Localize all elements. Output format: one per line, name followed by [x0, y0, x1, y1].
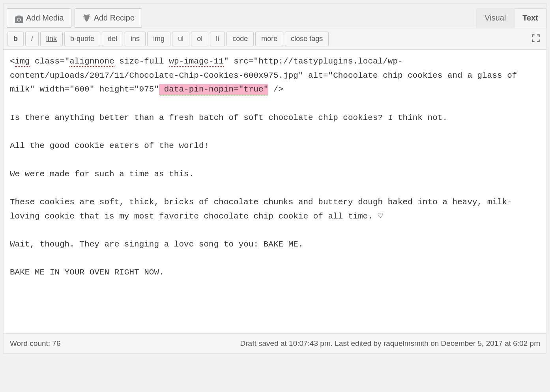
- qt-bold-button[interactable]: b: [7, 32, 24, 46]
- content-paragraph: All the good cookie eaters of the world!: [10, 141, 209, 150]
- qt-code-button[interactable]: code: [226, 32, 254, 46]
- content-highlight: data-pin-nopin="true": [159, 84, 268, 95]
- qt-del-button[interactable]: del: [102, 32, 123, 46]
- content-paragraph: Is there anything better than a fresh ba…: [10, 113, 447, 122]
- fullscreen-icon: [531, 39, 541, 45]
- qt-blockquote-button[interactable]: b-quote: [64, 32, 100, 46]
- qt-link-button[interactable]: link: [40, 32, 63, 46]
- content-paragraph: These cookies are soft, thick, bricks of…: [10, 198, 512, 221]
- quicktags-toolbar: b i link b-quote del ins img ul ol li co…: [4, 28, 546, 49]
- fullscreen-button[interactable]: [529, 32, 543, 46]
- visual-tab-label: Visual: [485, 13, 506, 22]
- camera-icon: [14, 15, 23, 21]
- qt-ul-button[interactable]: ul: [172, 32, 189, 46]
- content-text: <: [10, 57, 15, 66]
- qt-italic-button[interactable]: i: [25, 32, 39, 46]
- qt-ins-button[interactable]: ins: [125, 32, 146, 46]
- editor-content-area[interactable]: <img class="alignnone size-full wp-image…: [4, 49, 546, 333]
- editor-container: Add Media Add Recipe Visual Text b i lin…: [3, 3, 547, 354]
- visual-tab[interactable]: Visual: [476, 8, 514, 28]
- content-paragraph: We were made for such a time as this.: [10, 170, 194, 179]
- save-status: Draft saved at 10:07:43 pm. Last edited …: [240, 339, 540, 348]
- add-media-button[interactable]: Add Media: [7, 8, 71, 28]
- qt-more-button[interactable]: more: [255, 32, 283, 46]
- content-text: class=": [30, 57, 69, 66]
- qt-li-button[interactable]: li: [210, 32, 225, 46]
- qt-closetags-button[interactable]: close tags: [285, 32, 329, 46]
- status-bar: Word count: 76 Draft saved at 10:07:43 p…: [4, 333, 546, 353]
- text-tab-label: Text: [522, 13, 538, 22]
- add-recipe-label: Add Recipe: [94, 13, 135, 22]
- carrot-icon: [82, 13, 91, 23]
- content-text: img: [15, 57, 30, 67]
- content-paragraph: Wait, though. They are singing a love so…: [10, 240, 303, 249]
- content-paragraph: BAKE ME IN YOUR OVEN RIGHT NOW.: [10, 268, 164, 277]
- add-media-label: Add Media: [26, 13, 64, 22]
- editor-tab-switcher: Visual Text: [476, 8, 546, 28]
- add-recipe-button[interactable]: Add Recipe: [75, 8, 142, 28]
- content-text: alignnone: [69, 57, 114, 67]
- quicktags-buttons-group: b i link b-quote del ins img ul ol li co…: [7, 32, 329, 46]
- word-count: Word count: 76: [10, 339, 61, 348]
- content-text: />: [268, 85, 283, 94]
- text-tab[interactable]: Text: [514, 8, 546, 28]
- qt-ol-button[interactable]: ol: [191, 32, 208, 46]
- qt-img-button[interactable]: img: [147, 32, 170, 46]
- media-buttons-group: Add Media Add Recipe: [4, 8, 142, 28]
- editor-top-toolbar: Add Media Add Recipe Visual Text: [4, 4, 546, 28]
- content-text: size-full: [114, 57, 169, 66]
- content-text: wp-image-11: [169, 57, 224, 67]
